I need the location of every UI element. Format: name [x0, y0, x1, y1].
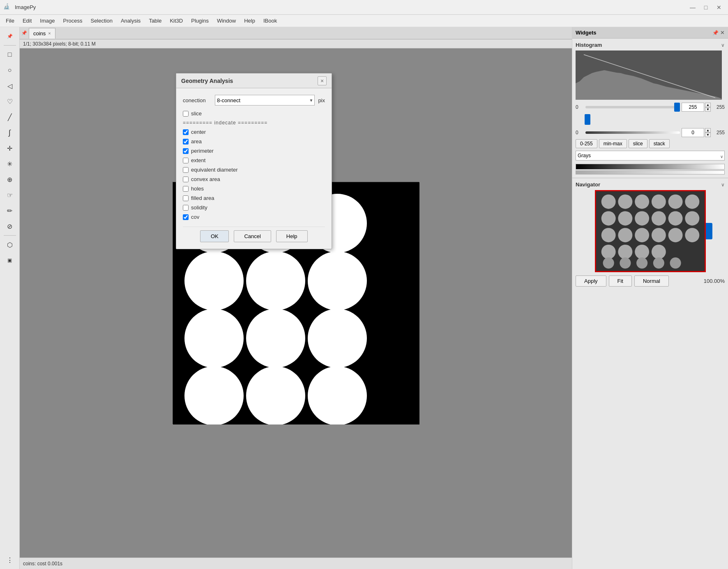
maximize-button[interactable]: □ — [700, 3, 712, 11]
lower-value-input[interactable] — [682, 128, 704, 137]
tool-stack[interactable]: ▣ — [2, 253, 17, 268]
range-0-255-button[interactable]: 0-255 — [576, 139, 597, 148]
tool-pencil[interactable]: ✏ — [2, 203, 17, 218]
tool-hand[interactable]: ☞ — [2, 188, 17, 202]
tool-line[interactable]: ╱ — [2, 110, 17, 124]
menu-analysis[interactable]: Analysis — [117, 16, 145, 25]
menu-ibook[interactable]: IBook — [259, 16, 281, 25]
widgets-close-icon[interactable]: ✕ — [720, 30, 725, 36]
svg-point-21 — [685, 195, 699, 209]
lower-value-group: ▲ ▼ — [682, 128, 711, 137]
tool-polygon[interactable]: ◁ — [2, 78, 17, 93]
minimize-button[interactable]: — — [687, 3, 698, 11]
svg-point-30 — [635, 228, 649, 242]
toolbar-separator — [4, 45, 16, 46]
connection-row: conection 8-connect 4-connect ▼ pix — [183, 95, 325, 106]
menu-plugins[interactable]: Plugins — [187, 16, 213, 25]
tab-coins-label: coins — [33, 30, 46, 37]
histogram-header: Histogram ∨ — [576, 42, 725, 48]
menu-kit3d[interactable]: Kit3D — [166, 16, 187, 25]
solidity-label[interactable]: solidity — [191, 204, 207, 211]
center-checkbox[interactable] — [183, 129, 189, 135]
area-label[interactable]: area — [191, 138, 202, 145]
connection-select[interactable]: 8-connect 4-connect — [215, 95, 315, 106]
fit-button[interactable]: Fit — [609, 275, 632, 287]
svg-point-17 — [618, 195, 632, 209]
lower-spin-up[interactable]: ▲ — [705, 128, 711, 133]
toolbar-separator-2 — [4, 235, 16, 236]
solidity-checkbox[interactable] — [183, 205, 189, 211]
upper-spin-down[interactable]: ▼ — [705, 107, 711, 112]
equivalent-diameter-checkbox[interactable] — [183, 167, 189, 173]
content-area: 📌 coins × 1/1; 303x384 pixels; 8-bit; 0.… — [20, 27, 572, 569]
help-button[interactable]: Help — [276, 230, 308, 242]
histogram-collapse-icon[interactable]: ∨ — [721, 42, 725, 48]
menu-file[interactable]: File — [2, 16, 18, 25]
menu-edit[interactable]: Edit — [18, 16, 36, 25]
convex-area-label[interactable]: convex area — [191, 176, 220, 182]
filled-area-row: filled area — [183, 195, 325, 201]
tool-eraser[interactable]: ⊘ — [2, 219, 17, 234]
min-max-button[interactable]: min-max — [599, 139, 627, 148]
menu-table[interactable]: Table — [145, 16, 166, 25]
center-label[interactable]: center — [191, 129, 206, 135]
tool-measure[interactable]: ⬡ — [2, 237, 17, 252]
holes-label[interactable]: holes — [191, 186, 204, 192]
menu-image[interactable]: Image — [36, 16, 59, 25]
stack-button[interactable]: stack — [649, 139, 670, 148]
tool-curve[interactable]: ∫ — [2, 125, 17, 140]
menu-window[interactable]: Window — [213, 16, 240, 25]
apply-button[interactable]: Apply — [576, 275, 606, 287]
slice-checkbox[interactable] — [183, 111, 189, 117]
svg-point-32 — [668, 228, 682, 242]
tab-coins[interactable]: coins × — [29, 28, 55, 39]
tab-coins-close[interactable]: × — [48, 31, 51, 36]
slice-button[interactable]: slice — [629, 139, 647, 148]
cancel-button[interactable]: Cancel — [234, 230, 271, 242]
tool-ellipse[interactable]: ○ — [2, 63, 17, 78]
tool-zoom[interactable]: ⊕ — [2, 172, 17, 187]
upper-spin-up[interactable]: ▲ — [705, 103, 711, 107]
tool-rectangle[interactable]: □ — [2, 47, 17, 62]
tool-pin[interactable]: 📌 — [2, 29, 17, 44]
tool-move[interactable]: ✛ — [2, 141, 17, 156]
widgets-pin-icon[interactable]: 📌 — [712, 30, 719, 36]
filled-area-label[interactable]: filled area — [191, 195, 214, 201]
close-button[interactable]: ✕ — [713, 3, 725, 11]
holes-checkbox[interactable] — [183, 186, 189, 192]
area-checkbox[interactable] — [183, 139, 189, 145]
extent-checkbox[interactable] — [183, 158, 189, 163]
svg-point-22 — [601, 211, 615, 226]
menu-process[interactable]: Process — [59, 16, 87, 25]
filled-area-checkbox[interactable] — [183, 195, 189, 201]
title-bar: 🔬 ImagePy — □ ✕ — [0, 0, 728, 15]
cov-checkbox[interactable] — [183, 214, 189, 220]
lower-spin-down[interactable]: ▼ — [705, 133, 711, 137]
menu-selection[interactable]: Selection — [86, 16, 116, 25]
colormap-row: Grays Hot Cool Jet ∨ — [576, 151, 725, 162]
equivalent-diameter-label[interactable]: equivalent diameter — [191, 167, 237, 173]
dialog-close-button[interactable]: × — [318, 76, 327, 85]
normal-button[interactable]: Normal — [634, 275, 669, 287]
tool-magic[interactable]: ✳ — [2, 156, 17, 171]
tool-freehand[interactable]: ♡ — [2, 94, 17, 109]
upper-spin-buttons: ▲ ▼ — [705, 103, 711, 112]
slice-label[interactable]: slice — [191, 110, 202, 117]
navigator-collapse-icon[interactable]: ∨ — [721, 182, 725, 188]
tool-more[interactable]: ⋮ — [2, 553, 17, 567]
cov-label[interactable]: cov — [191, 214, 199, 220]
upper-slider-thumb[interactable] — [674, 103, 680, 112]
svg-point-24 — [635, 211, 649, 226]
convex-area-checkbox[interactable] — [183, 177, 189, 182]
extent-label[interactable]: extent — [191, 157, 205, 163]
ok-button[interactable]: OK — [200, 230, 229, 242]
perimeter-checkbox[interactable] — [183, 148, 189, 154]
perimeter-label[interactable]: perimeter — [191, 148, 214, 154]
convex-area-row: convex area — [183, 176, 325, 182]
navigator-scroll-button[interactable] — [706, 223, 712, 239]
blue-slider-thumb[interactable] — [585, 114, 590, 125]
menu-help[interactable]: Help — [240, 16, 259, 25]
upper-value-input[interactable] — [682, 103, 704, 112]
colormap-select[interactable]: Grays Hot Cool Jet — [576, 151, 725, 161]
histogram-title: Histogram — [576, 42, 602, 48]
